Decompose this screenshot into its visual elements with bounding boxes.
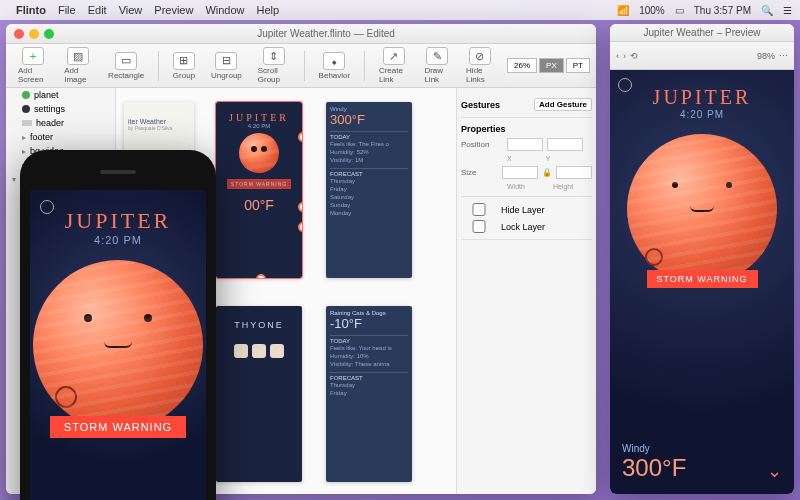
link-connector[interactable]: [256, 274, 266, 278]
time-label: 4:20 PM: [30, 234, 206, 246]
layer-item[interactable]: settings: [6, 102, 115, 116]
menu-app[interactable]: Flinto: [16, 4, 46, 16]
windy-label: Windy: [622, 443, 686, 454]
height-input[interactable]: [556, 166, 592, 179]
menu-help[interactable]: Help: [257, 4, 280, 16]
menu-window[interactable]: Window: [205, 4, 244, 16]
phone-speaker: [100, 170, 136, 174]
time-label: 4:20 PM: [610, 109, 794, 120]
preview-window: Jupiter Weather – Preview ‹ › ⟲ 98% ⋯ JU…: [610, 24, 794, 494]
preview-content[interactable]: JUPITER 4:20 PM STORM WARNING Windy 300°…: [610, 70, 794, 494]
hide-links-button[interactable]: ⊘Hide Links: [460, 45, 499, 86]
minimize-button[interactable]: [29, 29, 39, 39]
width-input[interactable]: [502, 166, 538, 179]
inspector-panel: Gestures Add Gesture Properties Position…: [456, 88, 596, 494]
add-image-button[interactable]: ▨Add Image: [58, 45, 98, 86]
battery-icon: ▭: [675, 5, 684, 16]
clock[interactable]: Thu 3:57 PM: [694, 5, 751, 16]
lock-layer-checkbox[interactable]: [461, 220, 497, 233]
editor-titlebar[interactable]: Jupiter Weather.flinto — Edited: [6, 24, 596, 44]
scroll-group-button[interactable]: ⇕Scroll Group: [252, 45, 296, 86]
jupiter-title: JUPITER: [30, 208, 206, 234]
window-title: Jupiter Weather.flinto — Edited: [257, 28, 395, 39]
properties-header: Properties: [461, 124, 506, 134]
storm-spot-icon: [55, 386, 77, 408]
chevron-down-icon[interactable]: ⌄: [767, 460, 782, 482]
link-connector[interactable]: [298, 222, 302, 232]
settings-icon[interactable]: [618, 78, 632, 92]
editor-toolbar: +Add Screen ▨Add Image ▭Rectangle ⊞Group…: [6, 44, 596, 88]
link-connector[interactable]: [298, 132, 302, 142]
wifi-icon[interactable]: 📶: [617, 5, 629, 16]
storm-warning-banner: STORM WARNING: [50, 416, 186, 438]
restart-button[interactable]: ⟲: [630, 51, 638, 61]
menubar: Flinto File Edit View Preview Window Hel…: [0, 0, 800, 20]
layer-item[interactable]: ▸footer: [6, 130, 115, 144]
battery-percent: 100%: [639, 5, 665, 16]
planet-graphic: [33, 260, 203, 430]
storm-spot-icon: [645, 248, 663, 266]
menu-file[interactable]: File: [58, 4, 76, 16]
ungroup-button[interactable]: ⊟Ungroup: [205, 50, 248, 82]
menu-extra-icon[interactable]: ☰: [783, 5, 792, 16]
layer-item[interactable]: planet: [6, 88, 115, 102]
position-x-input[interactable]: [507, 138, 543, 151]
layer-item[interactable]: header: [6, 116, 115, 130]
zoom-value[interactable]: 98%: [757, 51, 775, 61]
maximize-button[interactable]: [44, 29, 54, 39]
storm-warning-banner: STORM WARNING: [647, 270, 758, 288]
behavior-button[interactable]: ⬥Behavior: [313, 50, 357, 82]
lock-aspect-icon[interactable]: 🔒: [542, 168, 552, 177]
search-icon[interactable]: 🔍: [761, 5, 773, 16]
position-y-input[interactable]: [547, 138, 583, 151]
phone-mockup: JUPITER 4:20 PM STORM WARNING: [20, 150, 216, 500]
back-button[interactable]: ‹: [616, 51, 619, 61]
options-icon[interactable]: ⋯: [779, 51, 788, 61]
phone-screen: JUPITER 4:20 PM STORM WARNING: [30, 190, 206, 500]
settings-icon: [40, 200, 54, 214]
preview-title: Jupiter Weather – Preview: [643, 27, 760, 38]
add-screen-button[interactable]: +Add Screen: [12, 45, 54, 86]
group-button[interactable]: ⊞Group: [167, 50, 201, 82]
preview-titlebar[interactable]: Jupiter Weather – Preview: [610, 24, 794, 42]
add-gesture-button[interactable]: Add Gesture: [534, 98, 592, 111]
rectangle-button[interactable]: ▭Rectangle: [102, 50, 150, 82]
menu-preview[interactable]: Preview: [154, 4, 193, 16]
gestures-header: Gestures: [461, 100, 500, 110]
zoom-control[interactable]: 26% PX PT: [507, 58, 590, 73]
menu-edit[interactable]: Edit: [88, 4, 107, 16]
jupiter-title: JUPITER: [610, 86, 794, 109]
temperature: 300°F: [622, 454, 686, 482]
planet-graphic: [627, 134, 777, 284]
planet-icon: [239, 133, 279, 173]
menu-view[interactable]: View: [119, 4, 143, 16]
draw-link-button[interactable]: ✎Draw Link: [418, 45, 456, 86]
create-link-button[interactable]: ↗Create Link: [373, 45, 415, 86]
hide-layer-checkbox[interactable]: [461, 203, 497, 216]
link-connector[interactable]: [298, 202, 302, 212]
close-button[interactable]: [14, 29, 24, 39]
forward-button[interactable]: ›: [623, 51, 626, 61]
